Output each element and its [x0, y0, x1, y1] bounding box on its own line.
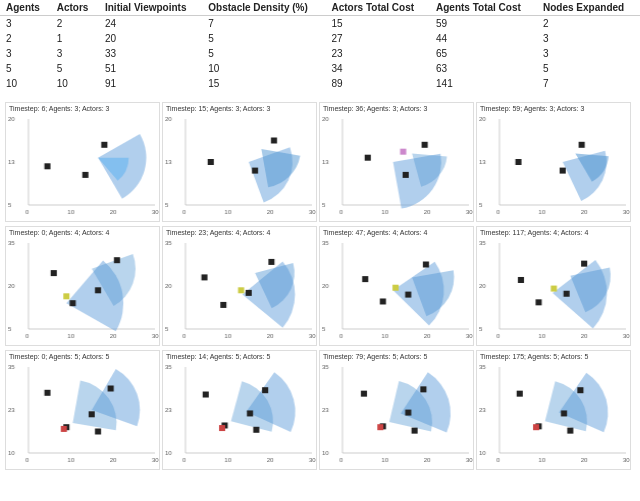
col-viewpoints: Initial Viewpoints: [99, 0, 202, 16]
plot-canvas: [163, 227, 316, 345]
plot-canvas: [477, 103, 630, 221]
plot-title: Timestep: 79; Agents: 5; Actors: 5: [323, 353, 427, 361]
col-actors: Actors: [51, 0, 99, 16]
plot-canvas: [163, 103, 316, 221]
plot-canvas: [320, 351, 473, 469]
plot-title: Timestep: 175; Agents: 5; Actors: 5: [480, 353, 588, 361]
table-row: 3224715592: [0, 16, 640, 32]
col-nodes: Nodes Expanded: [537, 0, 640, 16]
plot-row-1: Timestep: 0; Agents: 4; Actors: 4Timeste…: [4, 225, 636, 347]
col-actors-cost: Actors Total Cost: [325, 0, 430, 16]
plot-title: Timestep: 0; Agents: 5; Actors: 5: [9, 353, 110, 361]
plot-cell-r1-c0: Timestep: 0; Agents: 4; Actors: 4: [5, 226, 160, 346]
col-agents-cost: Agents Total Cost: [430, 0, 537, 16]
plot-canvas: [6, 351, 159, 469]
plot-title: Timestep: 47; Agents: 4; Actors: 4: [323, 229, 427, 237]
plot-cell-r0-c2: Timestep: 36; Agents: 3; Actors: 3: [319, 102, 474, 222]
data-table: Agents Actors Initial Viewpoints Obstacl…: [0, 0, 640, 91]
table-row: 55511034635: [0, 61, 640, 76]
plot-cell-r1-c3: Timestep: 117; Agents: 4; Actors: 4: [476, 226, 631, 346]
plot-title: Timestep: 6; Agents: 3; Actors: 3: [9, 105, 110, 113]
plot-cell-r2-c3: Timestep: 175; Agents: 5; Actors: 5: [476, 350, 631, 470]
plot-canvas: [320, 103, 473, 221]
plots-container: Timestep: 6; Agents: 3; Actors: 3Timeste…: [0, 99, 640, 475]
plot-title: Timestep: 59; Agents: 3; Actors: 3: [480, 105, 584, 113]
col-density: Obstacle Density (%): [202, 0, 325, 16]
col-agents: Agents: [0, 0, 51, 16]
plot-title: Timestep: 36; Agents: 3; Actors: 3: [323, 105, 427, 113]
plot-canvas: [6, 103, 159, 221]
plot-cell-r0-c3: Timestep: 59; Agents: 3; Actors: 3: [476, 102, 631, 222]
plot-title: Timestep: 0; Agents: 4; Actors: 4: [9, 229, 110, 237]
plot-canvas: [320, 227, 473, 345]
plot-canvas: [163, 351, 316, 469]
plot-cell-r0-c0: Timestep: 6; Agents: 3; Actors: 3: [5, 102, 160, 222]
plot-cell-r1-c2: Timestep: 47; Agents: 4; Actors: 4: [319, 226, 474, 346]
table-row: 3333523653: [0, 46, 640, 61]
plot-title: Timestep: 23; Agents: 4; Actors: 4: [166, 229, 270, 237]
plot-cell-r1-c1: Timestep: 23; Agents: 4; Actors: 4: [162, 226, 317, 346]
plot-title: Timestep: 117; Agents: 4; Actors: 4: [480, 229, 588, 237]
plot-title: Timestep: 15; Agents: 3; Actors: 3: [166, 105, 270, 113]
plot-cell-r0-c1: Timestep: 15; Agents: 3; Actors: 3: [162, 102, 317, 222]
plot-title: Timestep: 14; Agents: 5; Actors: 5: [166, 353, 270, 361]
plot-cell-r2-c0: Timestep: 0; Agents: 5; Actors: 5: [5, 350, 160, 470]
table-row: 2120527443: [0, 31, 640, 46]
plot-canvas: [477, 227, 630, 345]
plot-cell-r2-c1: Timestep: 14; Agents: 5; Actors: 5: [162, 350, 317, 470]
plot-row-2: Timestep: 0; Agents: 5; Actors: 5Timeste…: [4, 349, 636, 471]
table-row: 10109115891417: [0, 76, 640, 91]
plot-canvas: [6, 227, 159, 345]
plot-row-0: Timestep: 6; Agents: 3; Actors: 3Timeste…: [4, 101, 636, 223]
plot-cell-r2-c2: Timestep: 79; Agents: 5; Actors: 5: [319, 350, 474, 470]
plot-canvas: [477, 351, 630, 469]
